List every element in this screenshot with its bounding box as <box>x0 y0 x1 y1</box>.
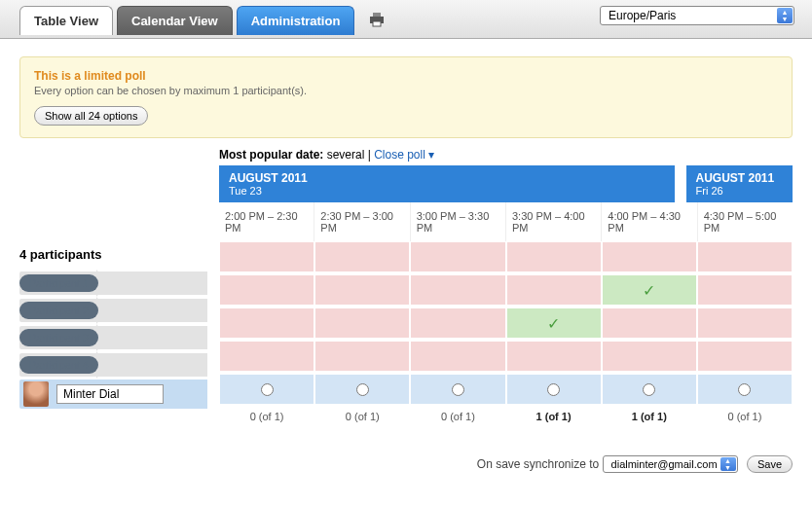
participant-name: Participant 1 <box>19 270 219 297</box>
vote-cell <box>314 341 410 372</box>
save-button[interactable]: Save <box>747 455 793 473</box>
limited-poll-notice: This is a limited poll Every option can … <box>19 56 793 138</box>
timezone-select[interactable]: Europe/Paris <box>600 6 794 25</box>
notice-subtitle: Every option can be chosen by maximum 1 … <box>34 85 778 96</box>
vote-cell <box>697 341 793 372</box>
meta-row: Most popular date: several | Close poll … <box>219 148 793 162</box>
vote-cell: ✓ <box>602 274 697 306</box>
vote-cell <box>410 307 505 339</box>
vote-count: 0 (of 1) <box>410 411 505 422</box>
timeslot-header: 2:00 PM – 2:30 PM <box>219 202 314 241</box>
svg-rect-2 <box>373 21 381 26</box>
top-toolbar: Table View Calendar View Administration … <box>0 0 812 39</box>
vote-cell <box>697 274 793 306</box>
vote-radio[interactable] <box>356 383 369 396</box>
tab-table-view[interactable]: Table View <box>19 6 113 35</box>
vote-radio[interactable] <box>738 383 751 396</box>
vote-cell <box>219 274 314 306</box>
vote-cell <box>219 341 314 372</box>
month-block-1: AUGUST 2011Tue 23 <box>219 165 686 202</box>
svg-rect-1 <box>373 13 381 17</box>
vote-cell: ✓ <box>506 307 602 339</box>
vote-cell <box>410 274 505 306</box>
timeslot-header: 4:00 PM – 4:30 PM <box>602 202 697 241</box>
vote-cell <box>602 341 697 372</box>
close-poll-link[interactable]: Close poll ▾ <box>374 148 434 162</box>
footer-bar: On save synchronize to dialminter@gmail.… <box>0 455 793 473</box>
vote-cell <box>314 241 410 272</box>
show-all-options-button[interactable]: Show all 24 options <box>34 106 148 126</box>
popular-value: several <box>327 148 365 162</box>
vote-radio-cell[interactable] <box>697 374 793 405</box>
timeslot-header: 3:00 PM – 3:30 PM <box>411 202 506 241</box>
tab-administration[interactable]: Administration <box>237 6 355 35</box>
vote-count: 0 (of 1) <box>219 411 314 422</box>
vote-radio-cell[interactable] <box>506 374 602 405</box>
participant-name: Participant 2 <box>19 297 219 324</box>
timeslot-header: 4:30 PM – 5:00 PM <box>698 202 793 241</box>
month-header: AUGUST 2011Tue 23 AUGUST 2011Fri 26 <box>219 165 793 202</box>
timeslot-header: 3:30 PM – 4:00 PM <box>506 202 602 241</box>
vote-cell <box>410 241 505 272</box>
vote-cell <box>506 274 602 306</box>
tab-calendar-view[interactable]: Calendar View <box>117 6 233 35</box>
vote-radio-cell[interactable] <box>219 374 314 405</box>
vote-cell <box>506 241 602 272</box>
vote-cell <box>602 307 697 339</box>
avatar <box>23 381 49 407</box>
vote-radio-cell[interactable] <box>314 374 410 405</box>
timeslot-header-row: 2:00 PM – 2:30 PM2:30 PM – 3:00 PM3:00 P… <box>219 202 793 241</box>
vote-cell <box>697 307 793 339</box>
vote-radio-cell[interactable] <box>410 374 505 405</box>
vote-count: 1 (of 1) <box>602 411 697 422</box>
vote-cell <box>219 307 314 339</box>
participant-name: Participant 3 <box>19 324 219 351</box>
vote-count: 0 (of 1) <box>314 411 410 422</box>
vote-count: 0 (of 1) <box>697 411 793 422</box>
vote-count-row: 0 (of 1)0 (of 1)0 (of 1)1 (of 1)1 (of 1)… <box>219 411 793 422</box>
vote-cell <box>602 241 697 272</box>
vote-cell <box>506 341 602 372</box>
vote-radio[interactable] <box>547 383 560 396</box>
vote-cell <box>697 241 793 272</box>
sync-email-select[interactable]: dialminter@gmail.com <box>603 455 738 473</box>
your-name-input[interactable] <box>56 384 164 404</box>
vote-cell <box>314 274 410 306</box>
month-block-2: AUGUST 2011Fri 26 <box>686 165 794 202</box>
participant-name: Participant 4 <box>19 351 219 379</box>
print-icon[interactable] <box>368 12 386 30</box>
timezone-select-wrap: Europe/Paris ▲▼ <box>600 6 794 25</box>
timeslot-header: 2:30 PM – 3:00 PM <box>314 202 410 241</box>
vote-cell <box>314 307 410 339</box>
vote-radio[interactable] <box>261 383 274 396</box>
participants-count: 4 participants <box>19 239 219 270</box>
sync-label: On save synchronize to <box>477 457 599 471</box>
vote-cell <box>219 241 314 272</box>
vote-count: 1 (of 1) <box>506 411 602 422</box>
popular-label: Most popular date: <box>219 148 327 162</box>
vote-cell <box>410 341 505 372</box>
notice-title: This is a limited poll <box>34 69 778 83</box>
vote-radio-cell[interactable] <box>602 374 697 405</box>
vote-radio[interactable] <box>452 383 464 396</box>
vote-radio[interactable] <box>643 383 655 396</box>
